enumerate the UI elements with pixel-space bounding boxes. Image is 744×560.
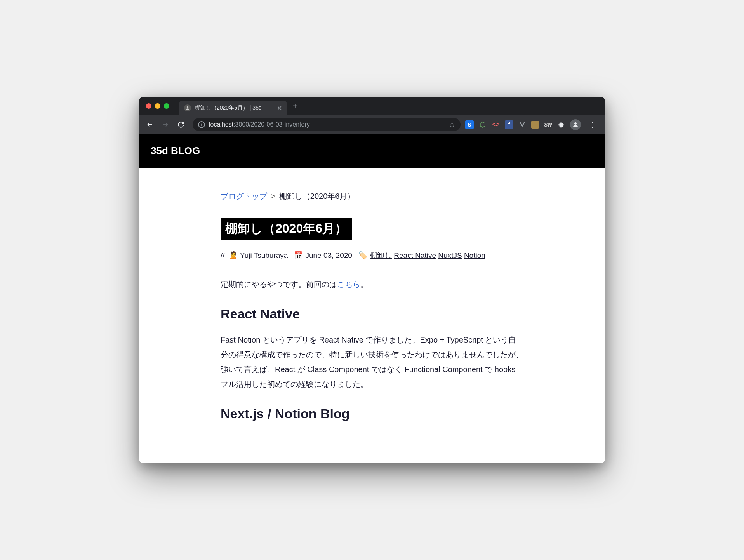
close-tab-icon[interactable]: ✕ (277, 104, 282, 112)
browser-window: 棚卸し（2020年6月） | 35d ✕ + i localhost:3000/… (139, 97, 605, 463)
svg-point-1 (574, 122, 577, 125)
extension-icons: S ⬡ <> f Sw ⋮ (465, 119, 599, 130)
post-title-wrap: 棚卸し（2020年6月） (221, 218, 523, 250)
date-emoji-icon: 📅 (294, 251, 303, 259)
tag-emoji-icon: 🏷️ (358, 251, 368, 259)
paragraph-react-native: Fast Notion というアプリを React Native で作りました。… (221, 332, 523, 391)
address-bar[interactable]: i localhost:3000/2020-06-03-inventory ☆ (193, 118, 461, 131)
breadcrumb-current: 棚卸し（2020年6月） (279, 192, 355, 200)
post-title: 棚卸し（2020年6月） (221, 218, 352, 240)
page-content: ブログトップ > 棚卸し（2020年6月） 棚卸し（2020年6月） // 🙎 … (139, 168, 605, 463)
post-meta: // 🙎 Yuji Tsuburaya 📅 June 03, 2020 🏷️ 棚… (221, 250, 523, 261)
extensions-menu-icon[interactable] (557, 120, 565, 129)
forward-button[interactable] (158, 118, 172, 132)
new-tab-button[interactable]: + (293, 102, 297, 111)
author-emoji-icon: 🙎 (229, 251, 238, 259)
back-button[interactable] (143, 118, 157, 132)
tab-strip: 棚卸し（2020年6月） | 35d ✕ + (139, 97, 605, 115)
content-container: ブログトップ > 棚卸し（2020年6月） 棚卸し（2020年6月） // 🙎 … (213, 191, 531, 421)
extension-sw-icon[interactable]: Sw (544, 120, 552, 129)
maximize-window-button[interactable] (164, 103, 169, 109)
tab-title: 棚卸し（2020年6月） | 35d (195, 104, 273, 111)
extension-devtools-icon[interactable]: <> (492, 120, 500, 129)
intro-text-after: 。 (360, 280, 368, 289)
tag-link[interactable]: Notion (464, 251, 485, 259)
reload-button[interactable] (174, 118, 188, 132)
tag-link[interactable]: React Native (394, 251, 436, 259)
intro-text-before: 定期的にやるやつです。前回のは (221, 280, 337, 289)
extension-box-icon[interactable] (531, 121, 539, 129)
minimize-window-button[interactable] (155, 103, 160, 109)
url-host: localhost (209, 121, 233, 128)
traffic-lights (146, 103, 169, 109)
breadcrumb-home-link[interactable]: ブログトップ (221, 192, 267, 200)
tag-link[interactable]: 棚卸し (370, 251, 392, 259)
tab-favicon-icon (184, 104, 191, 111)
breadcrumb-separator: > (271, 192, 276, 200)
post-author: Yuji Tsuburaya (240, 251, 288, 259)
close-window-button[interactable] (146, 103, 151, 109)
extension-s-icon[interactable]: S (465, 120, 474, 129)
section-heading-nextjs: Next.js / Notion Blog (221, 406, 523, 421)
site-info-icon[interactable]: i (198, 121, 205, 128)
extension-node-icon[interactable]: ⬡ (478, 120, 487, 129)
meta-prefix: // (221, 251, 225, 259)
intro-link[interactable]: こちら (337, 280, 360, 289)
intro-paragraph: 定期的にやるやつです。前回のはこちら。 (221, 277, 523, 292)
url-path: :3000/2020-06-03-inventory (233, 121, 310, 128)
post-date: June 03, 2020 (305, 251, 352, 259)
browser-tab[interactable]: 棚卸し（2020年6月） | 35d ✕ (179, 101, 287, 115)
section-heading-react-native: React Native (221, 306, 523, 322)
extension-vue-icon[interactable] (518, 120, 527, 129)
svg-point-0 (187, 106, 189, 108)
chrome-top: 棚卸し（2020年6月） | 35d ✕ + i localhost:3000/… (139, 97, 605, 134)
profile-avatar-button[interactable] (570, 119, 581, 130)
tag-link[interactable]: NuxtJS (438, 251, 462, 259)
site-title[interactable]: 35d BLOG (151, 145, 200, 157)
site-header: 35d BLOG (139, 134, 605, 168)
browser-menu-icon[interactable]: ⋮ (586, 120, 599, 129)
browser-toolbar: i localhost:3000/2020-06-03-inventory ☆ … (139, 115, 605, 134)
breadcrumb: ブログトップ > 棚卸し（2020年6月） (221, 191, 523, 202)
url-text: localhost:3000/2020-06-03-inventory (209, 121, 445, 128)
bookmark-star-icon[interactable]: ☆ (449, 120, 455, 129)
extension-facebook-icon[interactable]: f (505, 120, 513, 129)
